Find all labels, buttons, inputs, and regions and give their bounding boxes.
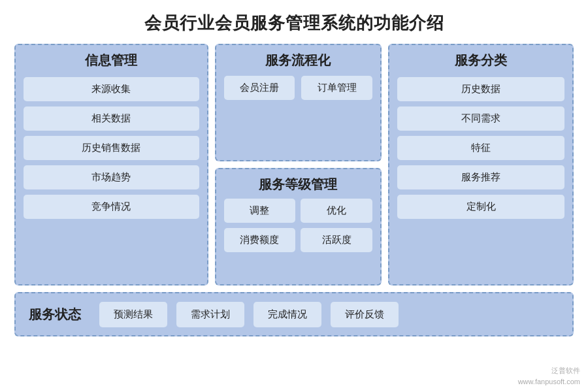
list-item: 调整 [224,199,296,223]
service-flow-title: 服务流程化 [265,52,331,69]
list-item: 来源收集 [24,77,199,101]
list-item: 市场趋势 [24,165,199,189]
service-flow-section: 服务流程化 会员注册 订单管理 [215,44,382,161]
list-item: 定制化 [397,195,564,219]
service-level-section: 服务等级管理 调整 优化 消费额度 活跃度 [215,168,382,286]
watermark: 泛普软件 www.fanpusoft.com [518,365,580,387]
list-item: 会员注册 [224,76,295,100]
list-item: 历史数据 [397,77,564,101]
mid-section: 服务流程化 会员注册 订单管理 服务等级管理 调整 优化 消费额度 活跃度 [215,44,382,286]
list-item: 评价反馈 [331,302,399,327]
list-item: 相关数据 [24,106,199,131]
status-cards: 预测结果 需求计划 完成情况 评价反馈 [99,302,559,327]
service-level-title: 服务等级管理 [259,176,337,193]
list-item: 优化 [301,199,372,223]
watermark-line2: www.fanpusoft.com [518,376,580,387]
list-item: 完成情况 [253,302,321,327]
list-item: 服务推荐 [397,165,564,189]
list-item: 历史销售数据 [24,136,199,160]
list-item: 需求计划 [176,302,244,327]
list-item: 特征 [397,136,564,160]
list-item: 订单管理 [301,76,372,100]
list-item: 预测结果 [99,302,167,327]
service-status-title: 服务状态 [29,306,81,323]
flow-cards: 会员注册 订单管理 [224,76,373,100]
list-item: 竞争情况 [24,195,199,219]
watermark-line1: 泛普软件 [518,365,580,376]
list-item: 消费额度 [224,228,296,252]
service-category-title: 服务分类 [455,52,507,69]
info-management-title: 信息管理 [85,52,137,69]
service-category-section: 服务分类 历史数据 不同需求 特征 服务推荐 定制化 [388,44,574,286]
list-item: 活跃度 [301,228,372,252]
list-item: 不同需求 [397,106,564,131]
page-title: 会员行业会员服务管理系统的功能介绍 [0,0,588,44]
service-status-section: 服务状态 预测结果 需求计划 完成情况 评价反馈 [14,292,574,336]
level-grid: 调整 优化 消费额度 活跃度 [224,199,373,252]
info-management-section: 信息管理 来源收集 相关数据 历史销售数据 市场趋势 竞争情况 [14,44,208,286]
